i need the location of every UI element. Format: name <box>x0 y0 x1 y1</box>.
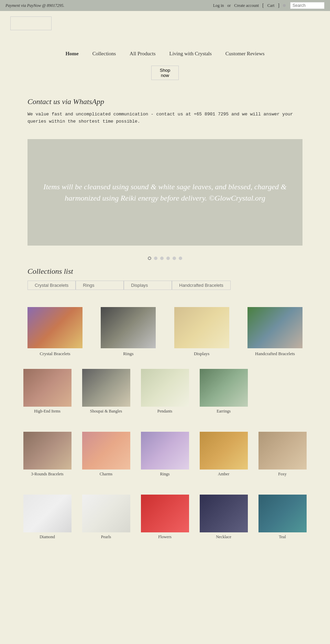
col-img-rings <box>101 307 156 348</box>
dot-2[interactable] <box>154 257 157 260</box>
product-img-high-end <box>23 369 72 407</box>
whatsapp-section: Contact us via WhatsApp We value fast an… <box>0 90 330 136</box>
search-input[interactable] <box>290 2 324 9</box>
product-img-earrings <box>200 369 248 407</box>
product-label-charms: Charms <box>100 472 112 477</box>
product-row-1: High-End Items Shoupai & Bangles Pendant… <box>21 363 309 419</box>
product-img-flowers <box>141 495 189 532</box>
or-text: or <box>227 3 231 8</box>
dot-3[interactable] <box>160 257 164 260</box>
nav-living-with-crystals[interactable]: Living with Crystals <box>169 51 211 57</box>
product-row-3: Diamond Pearls Flowers Necklace Teal <box>21 489 309 545</box>
top-bar-right: Log in or Create account [ Cart ] <box>213 2 324 9</box>
col-item-rings[interactable]: Rings <box>101 307 156 357</box>
col-img-crystal-bracelets <box>28 307 82 348</box>
product-charms[interactable]: Charms <box>79 432 133 477</box>
nav-all-products[interactable]: All Products <box>130 51 155 57</box>
product-3rounds[interactable]: 3-Rounds Bracelets <box>21 432 74 477</box>
product-rings2[interactable]: Rings <box>138 432 191 477</box>
product-high-end[interactable]: High-End Items <box>21 369 74 414</box>
cart-bracket-close: ] <box>278 3 279 8</box>
product-label-high-end: High-End Items <box>34 409 60 414</box>
product-earrings[interactable]: Earrings <box>197 369 250 414</box>
dot-6[interactable] <box>179 257 182 260</box>
product-diamond[interactable]: Diamond <box>21 495 74 540</box>
product-label-earrings: Earrings <box>217 409 231 414</box>
product-teal[interactable]: Teal <box>256 495 309 540</box>
banner: Items will be cleansed using sound & whi… <box>28 139 302 246</box>
shop-now-area: Shop now <box>0 62 330 90</box>
product-img-diamond <box>23 495 72 532</box>
product-label-necklace: Necklace <box>216 534 231 540</box>
product-section-row3: Diamond Pearls Flowers Necklace Teal <box>0 486 330 549</box>
logo <box>10 16 52 30</box>
product-amber[interactable]: Amber <box>197 432 250 477</box>
cart-link[interactable]: Cart <box>267 3 275 8</box>
whatsapp-heading: Contact us via WhatsApp <box>28 97 302 106</box>
product-label-flowers: Flowers <box>158 534 172 540</box>
product-img-necklace <box>200 495 248 532</box>
col-item-handcrafted-bracelets[interactable]: Handcrafted Bracelets <box>248 307 302 357</box>
product-foxy[interactable]: Foxy <box>256 432 309 477</box>
product-pearls[interactable]: Pearls <box>79 495 133 540</box>
product-img-charms <box>82 432 130 470</box>
nav-customer-reviews[interactable]: Customer Reviews <box>226 51 265 57</box>
nav-home[interactable]: Home <box>65 51 78 57</box>
top-bar: Payment via PayNow @ 89017295. Log in or… <box>0 0 330 11</box>
banner-text: Items will be cleansed using sound & whi… <box>38 181 292 204</box>
product-img-pearls <box>82 495 130 532</box>
nav-collections[interactable]: Collections <box>92 51 116 57</box>
cart-bracket: [ <box>262 3 264 8</box>
product-label-diamond: Diamond <box>40 534 55 540</box>
product-img-3rounds <box>23 432 72 470</box>
product-img-amber <box>200 432 248 470</box>
logo-area <box>0 11 330 30</box>
col-label-displays: Displays <box>194 351 210 357</box>
product-label-3rounds: 3-Rounds Bracelets <box>31 472 63 477</box>
product-label-pearls: Pearls <box>101 534 111 540</box>
product-label-teal: Teal <box>279 534 286 540</box>
col-img-handcrafted-bracelets <box>248 307 302 348</box>
col-img-displays <box>174 307 229 348</box>
whatsapp-body: We value fast and uncomplicated communic… <box>28 111 302 125</box>
product-row-2: 3-Rounds Bracelets Charms Rings Amber Fo… <box>21 426 309 482</box>
dot-4[interactable] <box>166 257 170 260</box>
login-link[interactable]: Log in <box>213 3 224 8</box>
shop-now-button[interactable]: Shop now <box>151 66 179 80</box>
create-account-link[interactable]: Create account <box>234 3 259 8</box>
product-img-rings2 <box>141 432 189 470</box>
product-pendants[interactable]: Pendants <box>138 369 191 414</box>
product-img-foxy <box>258 432 307 470</box>
product-shoupai[interactable]: Shoupai & Bangles <box>79 369 133 414</box>
collections-tabs: Crystal Bracelets Rings Displays Handcra… <box>28 281 302 290</box>
tab-rings[interactable]: Rings <box>76 281 124 290</box>
product-label-pendants: Pendants <box>157 409 172 414</box>
product-necklace[interactable]: Necklace <box>197 495 250 540</box>
col-item-crystal-bracelets[interactable]: Crystal Bracelets <box>28 307 82 357</box>
collections-section: Collections list Crystal Bracelets Rings… <box>0 267 330 297</box>
collections-heading: Collections list <box>28 267 302 276</box>
tab-crystal-bracelets[interactable]: Crystal Bracelets <box>28 281 76 290</box>
product-img-pendants <box>141 369 189 407</box>
col-item-displays[interactable]: Displays <box>174 307 229 357</box>
product-flowers[interactable]: Flowers <box>138 495 191 540</box>
col-label-handcrafted-bracelets: Handcrafted Bracelets <box>255 351 295 357</box>
col-label-crystal-bracelets: Crystal Bracelets <box>40 351 70 357</box>
col-label-rings: Rings <box>123 351 133 357</box>
product-label-foxy: Foxy <box>278 472 287 477</box>
dot-5[interactable] <box>173 257 176 260</box>
product-label-rings2: Rings <box>160 472 169 477</box>
banner-dots <box>0 252 330 267</box>
product-img-teal <box>258 495 307 532</box>
product-label-shoupai: Shoupai & Bangles <box>90 409 122 414</box>
product-section-row1: High-End Items Shoupai & Bangles Pendant… <box>0 360 330 423</box>
product-img-shoupai <box>82 369 130 407</box>
product-section-row2: 3-Rounds Bracelets Charms Rings Amber Fo… <box>0 423 330 486</box>
tab-handcrafted-bracelets[interactable]: Handcrafted Bracelets <box>172 281 231 290</box>
tab-displays[interactable]: Displays <box>124 281 172 290</box>
main-nav: Home Collections All Products Living wit… <box>0 30 330 62</box>
payment-info: Payment via PayNow @ 89017295. <box>6 3 64 8</box>
collections-grid: Crystal Bracelets Rings Displays Handcra… <box>0 297 330 360</box>
dot-1[interactable] <box>148 257 151 260</box>
product-label-amber: Amber <box>218 472 229 477</box>
